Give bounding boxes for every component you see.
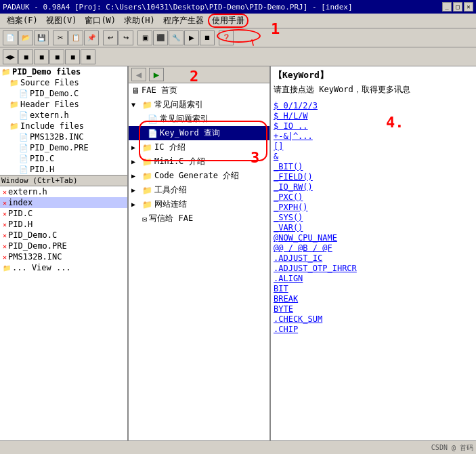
keyword-ops[interactable]: +-&|^...: [274, 131, 473, 141]
close-button[interactable]: ✕: [464, 2, 473, 12]
open-file-pid-h[interactable]: ✕ PID.H: [0, 219, 127, 230]
help-item-codegen[interactable]: ▶ 📁 Code Generate 介绍: [129, 169, 269, 183]
tb2-btn5[interactable]: ◼: [65, 49, 80, 64]
file-icon5: 📄: [19, 154, 28, 163]
tb2-btn1[interactable]: ◀▶: [3, 49, 18, 64]
open-file-pid-demo-pre[interactable]: ✕ PID_Demo.PRE: [0, 241, 127, 251]
help-keyword-label: Key_Word 查询: [160, 127, 220, 139]
copy-button[interactable]: 📋: [68, 30, 83, 45]
expand-icon-faq: ▼: [131, 101, 142, 108]
file-icon2: 📄: [19, 111, 28, 120]
file-pms132b-inc[interactable]: 📄 PMS132B.INC: [0, 131, 127, 142]
help-faq-index[interactable]: 📄 常见问题索引: [129, 112, 269, 126]
expand-icon-links: ▶: [131, 201, 142, 208]
stop-button[interactable]: ⏹: [200, 30, 215, 45]
keyword-desc: 请直接点选 KeyWord，取得更多讯息: [274, 84, 473, 96]
save-button[interactable]: 💾: [34, 30, 49, 45]
help-faq-label: 常见问题索引: [154, 99, 203, 110]
forward-button[interactable]: ▶: [149, 68, 164, 81]
redo-button[interactable]: ↪: [118, 30, 133, 45]
keyword-align[interactable]: .ALIGN: [274, 274, 473, 283]
build-button[interactable]: ⬛: [153, 30, 168, 45]
file-pid-h[interactable]: 📄 PID.H: [0, 164, 127, 175]
file-pid-c[interactable]: 📄 PID.C: [0, 153, 127, 164]
paste-button[interactable]: 📌: [84, 30, 99, 45]
keyword-byte[interactable]: BYTE: [274, 304, 473, 314]
keyword-now-cpu[interactable]: @NOW_CPU_NAME: [274, 233, 473, 243]
help-item-ic[interactable]: ▶ 📁 IC 介绍: [129, 140, 269, 154]
menu-window[interactable]: 窗口(W): [81, 14, 120, 28]
new-button[interactable]: 📄: [3, 30, 18, 45]
keyword-0123[interactable]: $ 0/1/2/3: [274, 101, 473, 110]
keyword-chip[interactable]: .CHIP: [274, 325, 473, 334]
source-folder-icon: 📁: [9, 79, 19, 87]
keyword-at-at[interactable]: @@ / @B / @F: [274, 243, 473, 253]
file-extern-h[interactable]: 📄 extern.h: [0, 110, 127, 121]
help-item-links[interactable]: ▶ 📁 网站连结: [129, 197, 269, 211]
open-file-extern-h[interactable]: ✕ extern.h: [0, 186, 127, 197]
keyword-bit[interactable]: _BIT(): [274, 162, 473, 171]
keyword-check-sum[interactable]: .CHECK_SUM: [274, 314, 473, 324]
mail-icon: ✉: [142, 214, 147, 224]
help-item-faq[interactable]: ▼ 📁 常见问题索引: [129, 98, 269, 112]
tb2-btn6[interactable]: ◼: [81, 49, 95, 64]
header-files-folder[interactable]: 📁 Header Files: [0, 99, 127, 110]
cut-button[interactable]: ✂: [53, 30, 68, 45]
open-file-index[interactable]: ✕ index: [0, 197, 127, 208]
source-files-folder[interactable]: 📁 Source Files: [0, 77, 127, 88]
open-file-pid-demo-c[interactable]: ✕ PID_Demo.C: [0, 230, 127, 241]
help-keyword-query[interactable]: 📄 Key_Word 查询: [129, 126, 269, 140]
menu-file[interactable]: 档案(F): [3, 14, 42, 28]
menu-help[interactable]: 求助(H): [120, 14, 159, 28]
window-section: Window (Ctrl+Tab): [0, 175, 127, 186]
open-button[interactable]: 📂: [18, 30, 33, 45]
keyword-pxc[interactable]: _PXC(): [274, 192, 473, 202]
back-button[interactable]: ◀: [131, 68, 146, 81]
keyword-io[interactable]: $ IO ..: [274, 121, 473, 131]
minimize-button[interactable]: _: [442, 2, 452, 12]
tb2-btn4[interactable]: ◼: [49, 49, 64, 64]
help-home-label: FAE 首页: [142, 85, 177, 96]
keyword-bit-kw[interactable]: BIT: [274, 284, 473, 293]
status-bar: CSDN @ 首码: [0, 440, 476, 454]
keyword-adjust-ic[interactable]: .ADJUST_IC: [274, 253, 473, 263]
keyword-field[interactable]: _FIELD(): [274, 172, 473, 182]
help-item-tools[interactable]: ▶ 📁 工具介绍: [129, 183, 269, 197]
open-file-pms132b-inc[interactable]: ✕ PMS132B.INC: [0, 251, 127, 262]
menu-codegen[interactable]: 程序产生器: [159, 14, 208, 28]
settings-button[interactable]: 🔧: [169, 30, 183, 45]
undo-button[interactable]: ↩: [103, 30, 118, 45]
keyword-bracket[interactable]: []: [274, 142, 473, 151]
open-file-view-more[interactable]: 📁 ... View ...: [0, 262, 127, 273]
help-button[interactable]: ❓: [219, 30, 234, 45]
help-item-mail[interactable]: ✉ 写信给 FAE: [129, 211, 269, 226]
folder-icon-codegen: 📁: [142, 171, 152, 181]
help-mail-label: 写信给 FAE: [149, 213, 193, 224]
keyword-amp[interactable]: &: [274, 152, 473, 161]
help-faq-index-label: 常见问题索引: [160, 113, 209, 125]
file-pid-demo-c[interactable]: 📄 PID_Demo.C: [0, 88, 127, 99]
keyword-pxph[interactable]: _PXPH(): [274, 203, 473, 212]
keyword-sys[interactable]: _SYS(): [274, 213, 473, 222]
file-pid-demo-pre[interactable]: 📄 PID_Demo.PRE: [0, 142, 127, 153]
run-button[interactable]: ▶: [184, 30, 199, 45]
open-file-pid-c[interactable]: ✕ PID.C: [0, 208, 127, 219]
keyword-adjust-otp[interactable]: .ADJUST_OTP_IHRCR: [274, 264, 473, 273]
maximize-button[interactable]: □: [453, 2, 462, 12]
menu-view[interactable]: 视图(V): [42, 14, 81, 28]
toolbar1: 📄 📂 💾 ✂ 📋 📌 ↩ ↪ ▣ ⬛ 🔧 ▶ ⏹ ❓: [0, 28, 476, 47]
help-codegen-label: Code Generate 介绍: [154, 170, 239, 182]
include-files-folder[interactable]: 📁 Include files: [0, 121, 127, 131]
project-root[interactable]: 📁 PID_Demo files: [0, 66, 127, 77]
keyword-io-rw[interactable]: _IO_RW(): [274, 182, 473, 192]
expand-icon-ic: ▶: [131, 144, 142, 151]
tb2-btn2[interactable]: ◼: [18, 49, 33, 64]
keyword-hlw[interactable]: $ H/L/W: [274, 111, 473, 121]
compile-button[interactable]: ▣: [137, 30, 152, 45]
tb2-btn3[interactable]: ◼: [34, 49, 49, 64]
keyword-var[interactable]: _VAR(): [274, 223, 473, 232]
menu-manual[interactable]: 使用手册: [208, 14, 248, 28]
keyword-break[interactable]: BREAK: [274, 294, 473, 304]
help-item-minic[interactable]: ▶ 📁 Mini.C 介绍: [129, 154, 269, 169]
help-home[interactable]: 🖥 FAE 首页: [129, 83, 269, 98]
